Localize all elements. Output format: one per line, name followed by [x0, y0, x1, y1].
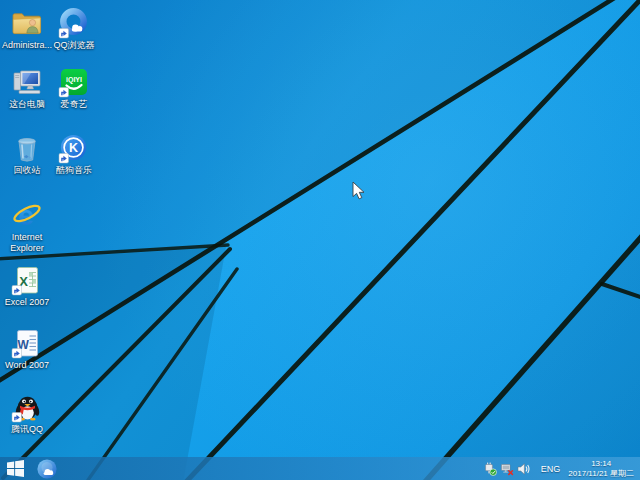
desktop-icon-label: 酷狗音乐 — [56, 165, 92, 176]
clock-time: 13:14 — [591, 459, 611, 469]
usb-safely-remove-icon[interactable] — [483, 462, 497, 476]
desktop-icon-word-2007[interactable]: W Word 2007 — [0, 327, 56, 371]
desktop-icon-excel-2007[interactable]: X Excel 2007 — [0, 264, 56, 308]
excel-icon: X — [11, 264, 43, 296]
internet-explorer-icon: e — [11, 199, 43, 231]
iqiyi-icon: iQIYI — [58, 66, 90, 98]
desktop-icon-kugou-music[interactable]: K 酷狗音乐 — [45, 132, 103, 176]
shortcut-arrow-badge — [12, 286, 22, 296]
recycle-bin-icon — [11, 132, 43, 164]
start-button[interactable] — [0, 457, 30, 480]
mouse-cursor — [352, 181, 366, 201]
desktop-icon-label: Internet Explorer — [0, 232, 56, 254]
desktop-icon-qq-browser[interactable]: QQ浏览器 — [45, 7, 103, 51]
shortcut-arrow-badge — [59, 29, 69, 39]
user-folder-icon — [11, 7, 43, 39]
windows-logo-icon — [7, 460, 24, 477]
volume-icon[interactable] — [517, 462, 531, 476]
shortcut-arrow-badge — [12, 349, 22, 359]
desktop-icon-iqiyi[interactable]: iQIYI 爱奇艺 — [45, 66, 103, 110]
desktop-icon-label: QQ浏览器 — [53, 40, 94, 51]
qq-browser-taskbar-icon — [36, 458, 58, 480]
taskbar-clock[interactable]: 13:14 2017/11/21 星期二 — [568, 459, 636, 478]
shortcut-arrow-badge — [59, 154, 69, 164]
desktop-icon-label: Word 2007 — [5, 360, 49, 371]
language-indicator[interactable]: ENG — [541, 464, 561, 474]
desktop-icon-label: 爱奇艺 — [61, 99, 88, 110]
clock-date: 2017/11/21 星期二 — [568, 469, 634, 479]
system-tray: ENG 13:14 2017/11/21 星期二 — [483, 457, 640, 480]
word-icon: W — [11, 327, 43, 359]
desktop: Administra... 这台电脑 — [0, 0, 640, 480]
shortcut-arrow-badge — [59, 88, 69, 98]
qq-penguin-icon — [11, 391, 43, 423]
desktop-icon-label: 回收站 — [14, 165, 41, 176]
taskbar: ENG 13:14 2017/11/21 星期二 — [0, 457, 640, 480]
desktop-icon-label: 腾讯QQ — [11, 424, 43, 435]
this-pc-icon — [11, 66, 43, 98]
svg-text:K: K — [69, 141, 78, 155]
qq-browser-icon — [58, 7, 90, 39]
svg-text:iQIYI: iQIYI — [66, 76, 82, 84]
desktop-icon-tencent-qq[interactable]: 腾讯QQ — [0, 391, 56, 435]
network-disconnected-icon[interactable] — [500, 462, 514, 476]
desktop-icon-internet-explorer[interactable]: e Internet Explorer — [0, 199, 56, 254]
desktop-icon-label: 这台电脑 — [9, 99, 45, 110]
desktop-icon-label: Excel 2007 — [5, 297, 50, 308]
shortcut-arrow-badge — [12, 413, 22, 423]
taskbar-qq-browser-button[interactable] — [30, 457, 64, 480]
kugou-icon: K — [58, 132, 90, 164]
